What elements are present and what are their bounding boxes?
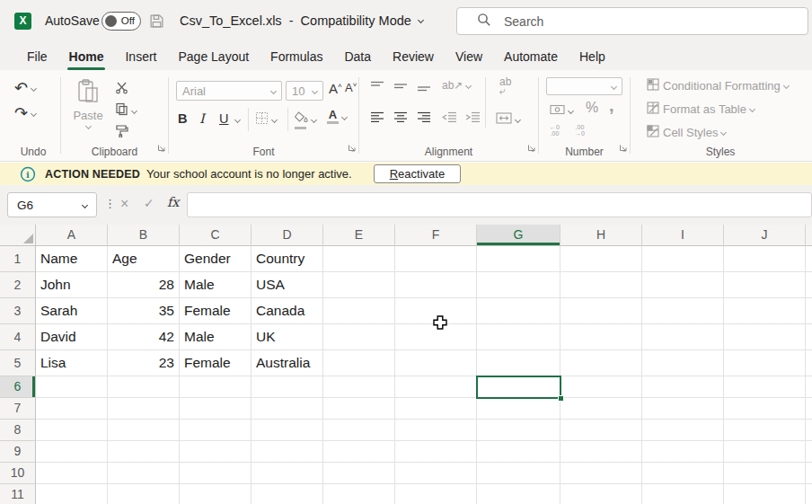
chevron-down-icon[interactable] — [271, 117, 278, 123]
row-header-11[interactable]: 11 — [0, 484, 36, 504]
cell-B5[interactable]: 23 — [108, 350, 180, 376]
cell-G3[interactable] — [477, 298, 560, 324]
cell-E10[interactable] — [323, 463, 395, 484]
cell-D4[interactable]: UK — [252, 324, 323, 350]
cell-E5[interactable] — [323, 350, 395, 376]
cell-H2[interactable] — [560, 272, 642, 298]
merge-center-button[interactable] — [496, 111, 520, 128]
font-size-select[interactable]: 10 — [286, 81, 323, 101]
cell-H7[interactable] — [560, 398, 642, 420]
row-header-4[interactable]: 4 — [0, 324, 36, 350]
cell-filler3[interactable] — [806, 298, 812, 324]
cell-F1[interactable] — [395, 246, 477, 272]
row-header-1[interactable]: 1 — [0, 246, 36, 272]
increase-decimal-button[interactable]: ←0.00 — [550, 124, 560, 137]
chevron-down-icon[interactable] — [84, 123, 91, 129]
cell-C8[interactable] — [180, 420, 252, 441]
column-header-F[interactable]: F — [395, 225, 477, 246]
cell-I2[interactable] — [642, 272, 724, 298]
cell-B10[interactable] — [108, 463, 180, 484]
cell-filler11[interactable] — [806, 484, 812, 504]
tab-automate[interactable]: Automate — [493, 43, 569, 70]
cell-F2[interactable] — [395, 272, 477, 298]
column-header-J[interactable]: J — [724, 225, 806, 246]
percent-style-button[interactable]: % — [586, 100, 598, 116]
select-all-corner[interactable] — [0, 225, 36, 246]
autosave-toggle[interactable]: Off — [102, 12, 141, 31]
row-header-5[interactable]: 5 — [0, 350, 36, 376]
cell-J10[interactable] — [724, 463, 806, 484]
tab-review[interactable]: Review — [382, 43, 445, 70]
cell-A7[interactable] — [36, 398, 108, 420]
cell-G2[interactable] — [477, 272, 560, 298]
cell-H9[interactable] — [560, 441, 642, 463]
column-header-G[interactable]: G — [477, 225, 560, 246]
align-left-button[interactable] — [370, 111, 384, 123]
cell-E2[interactable] — [323, 272, 395, 298]
cell-filler4[interactable] — [806, 324, 812, 350]
cell-I3[interactable] — [642, 298, 724, 324]
excel-app-icon[interactable]: X — [14, 13, 31, 30]
tab-view[interactable]: View — [445, 43, 493, 70]
cell-D2[interactable]: USA — [252, 272, 323, 298]
cell-F8[interactable] — [395, 420, 477, 441]
borders-button[interactable] — [255, 111, 277, 128]
cancel-icon[interactable]: × — [120, 196, 128, 212]
column-header-H[interactable]: H — [560, 225, 642, 246]
column-header-I[interactable]: I — [642, 225, 724, 246]
cell-D8[interactable] — [252, 420, 323, 441]
underline-button[interactable]: U — [219, 111, 228, 126]
cell-F6[interactable] — [395, 376, 477, 398]
cell-G10[interactable] — [477, 463, 560, 484]
cell-F3[interactable] — [395, 298, 477, 324]
row-header-3[interactable]: 3 — [0, 298, 36, 324]
chevron-down-icon[interactable] — [515, 116, 521, 122]
insert-function-icon[interactable]: fx — [167, 195, 180, 209]
cell-G7[interactable] — [477, 398, 560, 420]
cell-filler1[interactable] — [806, 246, 812, 272]
save-icon[interactable] — [149, 13, 164, 32]
cell-C7[interactable] — [180, 398, 252, 420]
cell-H8[interactable] — [560, 420, 642, 441]
cell-C4[interactable]: Male — [180, 324, 252, 350]
cell-B1[interactable]: Age — [108, 246, 180, 272]
cell-F10[interactable] — [395, 463, 477, 484]
orientation-button[interactable]: ab↗ — [442, 79, 471, 92]
cell-I4[interactable] — [642, 324, 724, 350]
cell-G4[interactable] — [477, 324, 560, 350]
cell-D9[interactable] — [252, 441, 323, 463]
font-dialog-launcher-icon[interactable] — [348, 139, 356, 155]
cell-A1[interactable]: Name — [36, 246, 108, 272]
cell-A5[interactable]: Lisa — [36, 350, 108, 376]
cell-E7[interactable] — [323, 398, 395, 420]
drag-handle-icon[interactable]: ⋮ — [104, 197, 116, 210]
cell-G9[interactable] — [477, 441, 560, 463]
italic-button[interactable]: I — [199, 111, 205, 126]
redo-button[interactable]: ↷ — [14, 103, 36, 123]
cell-C2[interactable]: Male — [180, 272, 252, 298]
cell-E3[interactable] — [323, 298, 395, 324]
cell-H11[interactable] — [560, 484, 642, 504]
cell-C9[interactable] — [180, 441, 252, 463]
cell-J7[interactable] — [724, 398, 806, 420]
row-header-2[interactable]: 2 — [0, 272, 36, 298]
cell-E11[interactable] — [323, 484, 395, 504]
align-right-button[interactable] — [417, 111, 431, 123]
cell-A4[interactable]: David — [36, 324, 108, 350]
cell-E6[interactable] — [323, 376, 395, 398]
row-header-9[interactable]: 9 — [0, 441, 36, 463]
cell-B9[interactable] — [108, 441, 180, 463]
cell-C6[interactable] — [180, 376, 252, 398]
cell-H6[interactable] — [560, 376, 642, 398]
copy-button[interactable] — [115, 102, 137, 119]
cell-E1[interactable] — [323, 246, 395, 272]
cell-H5[interactable] — [560, 350, 642, 376]
cell-filler9[interactable] — [806, 441, 812, 463]
cell-I7[interactable] — [642, 398, 724, 420]
cell-A2[interactable]: John — [36, 272, 108, 298]
cell-C10[interactable] — [180, 463, 252, 484]
cell-C5[interactable]: Female — [180, 350, 252, 376]
name-box[interactable]: G6 — [7, 192, 97, 217]
cell-H3[interactable] — [560, 298, 642, 324]
cell-D10[interactable] — [252, 463, 323, 484]
